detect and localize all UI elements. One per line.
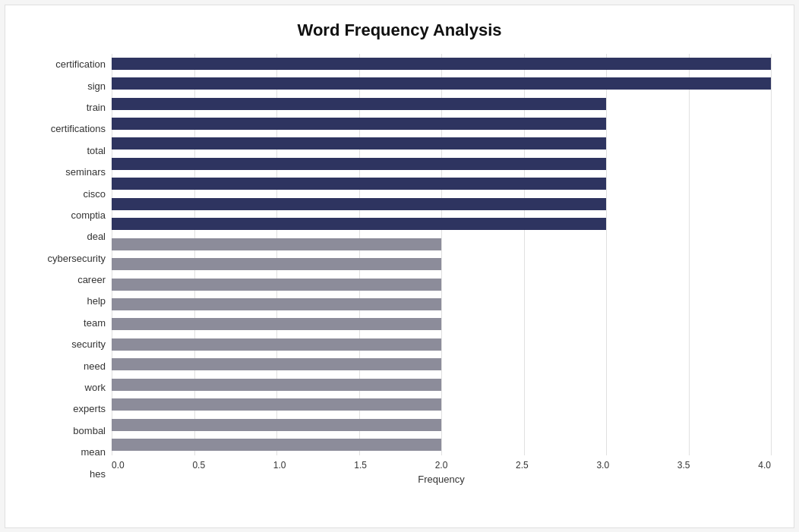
y-label: certification — [55, 59, 106, 69]
bar-comptia — [112, 198, 606, 210]
bar-cisco — [112, 178, 606, 190]
grid-line — [606, 54, 607, 455]
bar-row — [112, 357, 771, 372]
bar-hes — [112, 439, 441, 451]
grid-line — [112, 54, 112, 455]
bar-row — [112, 116, 771, 131]
grid-line — [359, 54, 360, 455]
y-label: train — [87, 102, 106, 112]
bar-career — [112, 258, 441, 270]
x-axis: 0.00.51.01.52.02.53.03.54.0 — [112, 455, 771, 471]
bar-row — [112, 56, 771, 71]
y-label: security — [71, 339, 106, 349]
bar-need — [112, 338, 441, 351]
x-tick: 0.0 — [112, 460, 125, 471]
x-tick: 4.0 — [758, 460, 771, 471]
x-tick: 3.0 — [596, 460, 609, 471]
bar-row — [112, 257, 771, 272]
bar-row — [112, 216, 771, 231]
bar-row — [112, 316, 771, 332]
y-label: work — [85, 382, 106, 392]
x-tick: 1.5 — [354, 460, 367, 471]
x-tick: 2.0 — [435, 460, 448, 471]
bar-certifications — [112, 118, 606, 130]
y-label: cisco — [83, 189, 106, 199]
bar-experts — [112, 379, 441, 391]
bar-bombal — [112, 398, 441, 411]
bar-team — [112, 298, 441, 310]
bar-row — [112, 437, 771, 452]
x-tick: 0.5 — [192, 460, 205, 471]
bar-row — [112, 277, 771, 292]
x-tick: 2.5 — [516, 460, 529, 471]
grid-line — [441, 54, 442, 455]
x-tick: 1.0 — [273, 460, 286, 471]
grid-line — [771, 54, 772, 455]
y-label: total — [87, 146, 106, 156]
y-label: career — [77, 275, 106, 285]
bar-row — [112, 76, 771, 91]
bar-row — [112, 417, 771, 433]
grid-line — [276, 54, 277, 455]
bar-row — [112, 377, 771, 392]
chart-area: certificationsigntraincertificationstota… — [28, 54, 771, 485]
bar-mean — [112, 419, 441, 431]
bar-help — [112, 279, 441, 291]
grid-line — [524, 54, 525, 455]
bar-row — [112, 197, 771, 212]
y-label: mean — [81, 447, 106, 457]
x-axis-label: Frequency — [112, 471, 771, 485]
y-label: need — [84, 361, 106, 371]
bar-row — [112, 397, 771, 412]
y-label: team — [84, 318, 106, 328]
bars-area — [112, 54, 771, 455]
bar-row — [112, 337, 771, 352]
bar-security — [112, 318, 441, 330]
y-label: experts — [73, 404, 106, 414]
bar-cybersecurity — [112, 238, 441, 250]
bar-row — [112, 176, 771, 191]
x-tick: 3.5 — [677, 460, 690, 471]
chart-title: Word Frequency Analysis — [28, 20, 771, 40]
bar-row — [112, 136, 771, 151]
bar-seminars — [112, 158, 606, 170]
bar-row — [112, 156, 771, 172]
y-label: sign — [87, 81, 106, 91]
bar-row — [112, 297, 771, 312]
y-label: bombal — [73, 426, 106, 436]
y-label: deal — [87, 231, 106, 241]
grid-line — [194, 54, 195, 455]
grid-line — [689, 54, 690, 455]
bar-total — [112, 137, 606, 150]
bar-row — [112, 96, 771, 112]
chart-container: Word Frequency Analysis certificationsig… — [5, 5, 794, 528]
bar-deal — [112, 218, 606, 230]
y-label: seminars — [65, 167, 106, 177]
bar-train — [112, 98, 606, 110]
y-label: help — [87, 296, 106, 306]
y-axis-labels: certificationsigntraincertificationstota… — [28, 54, 112, 485]
bar-row — [112, 237, 771, 252]
y-label: cybersecurity — [47, 253, 106, 263]
bars-and-xaxis: 0.00.51.01.52.02.53.03.54.0 Frequency — [112, 54, 771, 485]
bar-certification — [112, 58, 771, 70]
bar-sign — [112, 77, 771, 90]
bar-work — [112, 358, 441, 370]
y-label: certifications — [51, 124, 106, 134]
y-label: hes — [90, 469, 106, 479]
y-label: comptia — [71, 210, 106, 220]
